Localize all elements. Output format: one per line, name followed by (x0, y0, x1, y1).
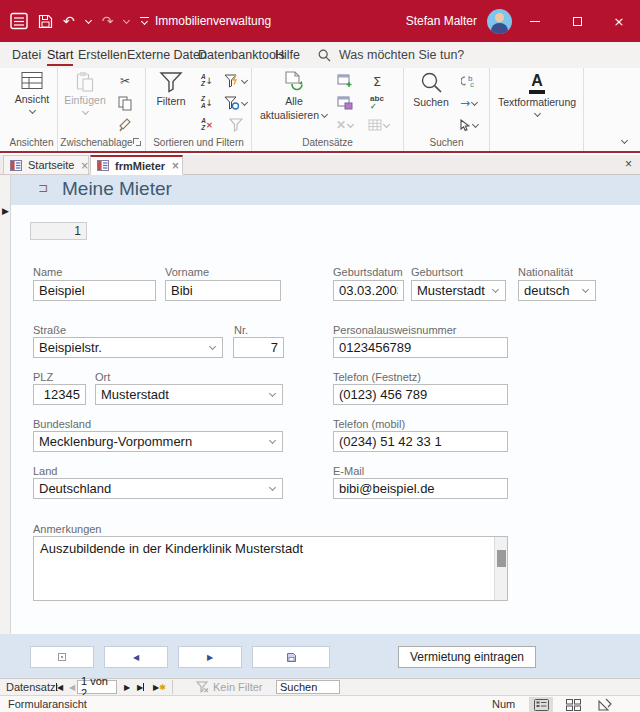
minimize-icon (530, 21, 540, 22)
telefon-mobil-field[interactable] (333, 431, 508, 452)
record-position[interactable]: 1 von 2 (77, 680, 117, 694)
tab-startseite[interactable]: Startseite × (3, 155, 89, 175)
land-combobox[interactable]: Deutschland (33, 478, 283, 499)
design-view-button[interactable] (593, 697, 617, 712)
next-record-button[interactable]: ▶ (124, 679, 130, 695)
personalausweisnummer-field[interactable] (333, 337, 508, 358)
maximize-button[interactable] (556, 0, 598, 42)
suchen-button[interactable]: Suchen (408, 71, 454, 108)
tab-erstellen[interactable]: Erstellen (78, 42, 127, 68)
textformatierung-label: Textformatierung (498, 96, 576, 108)
textformatierung-button[interactable]: A Textformatierung (494, 73, 580, 118)
form-view-button[interactable] (529, 697, 553, 712)
record-search-input[interactable] (276, 680, 340, 694)
minimize-button[interactable] (514, 0, 556, 42)
collapse-ribbon-icon[interactable] (621, 138, 628, 145)
form-nav-button-previous[interactable]: ◀ (104, 646, 168, 668)
spelling-button[interactable]: abc✓ (366, 94, 388, 112)
tell-me-search[interactable]: Was möchten Sie tun? (318, 42, 464, 68)
account-area[interactable]: Stefan Malter (406, 0, 512, 42)
nr-field[interactable] (233, 337, 284, 358)
more-records-button[interactable] (364, 116, 394, 134)
new-record-button[interactable]: ▶ ✱ (153, 679, 166, 695)
scissors-icon: ✂ (120, 74, 130, 88)
cursor-icon (459, 119, 471, 132)
memo-scrollbar[interactable] (494, 537, 507, 600)
delete-button[interactable]: ✕ (332, 116, 358, 134)
name-field[interactable] (33, 280, 156, 301)
strasse-combobox[interactable]: Beispielstr. (33, 337, 223, 358)
form-nav-button-next[interactable]: ▶ (178, 646, 242, 668)
selection-filter-button[interactable] (222, 72, 250, 90)
email-field[interactable] (333, 478, 508, 499)
layout-view-button[interactable] (561, 697, 585, 712)
nationalitaet-combobox[interactable]: deutsch (518, 280, 596, 301)
previous-record-button[interactable]: ◀ (69, 679, 75, 695)
tab-start[interactable]: Start (47, 42, 73, 68)
form-nav-button-first[interactable] (30, 646, 94, 668)
ansicht-button[interactable]: Ansicht (10, 71, 54, 115)
redo-dropdown-chevron-icon[interactable] (123, 18, 130, 25)
vorname-field[interactable] (165, 280, 281, 301)
sort-ascending-button[interactable]: AZ ↓ (196, 72, 218, 90)
tab-externe-daten[interactable]: Externe Daten (127, 42, 207, 68)
undo-dropdown-chevron-icon[interactable] (85, 18, 92, 25)
close-button[interactable]: × (598, 0, 640, 42)
totals-button[interactable]: Σ (366, 72, 388, 90)
avatar[interactable] (487, 9, 512, 34)
first-record-button[interactable]: ◀ (56, 679, 63, 695)
tab-frmmieter[interactable]: frmMieter × (90, 155, 183, 175)
ort-combobox[interactable]: Musterstadt (95, 384, 283, 405)
bundesland-combobox[interactable]: Mecklenburg-Vorpommern (33, 431, 283, 452)
tab-datenbanktools[interactable]: Datenbanktools (198, 42, 285, 68)
tab-close-icon[interactable]: × (80, 160, 88, 171)
sort-descending-button[interactable]: ZA ↓ (196, 94, 218, 112)
record-selector-bar[interactable]: ▶ (0, 175, 11, 634)
save-record-button[interactable] (334, 94, 356, 112)
selection-filter-icon (224, 74, 240, 89)
advanced-filter-button[interactable] (222, 94, 250, 112)
copy-button[interactable] (114, 94, 136, 112)
replace-button[interactable]: bc (458, 72, 480, 90)
tab-datei[interactable]: Datei (12, 42, 41, 68)
customize-toolbar-icon[interactable] (140, 17, 149, 26)
cut-button[interactable]: ✂ (114, 72, 136, 90)
toggle-filter-button[interactable] (222, 116, 250, 134)
geburtsdatum-field[interactable] (333, 280, 404, 301)
undo-icon[interactable]: ↶ (63, 14, 75, 28)
vermietung-eintragen-button[interactable]: Vermietung eintragen (398, 646, 536, 668)
anmerkungen-field[interactable]: Auszubildende in der Kinderklinik Muster… (33, 536, 508, 601)
format-painter-button[interactable] (114, 116, 136, 134)
remove-sort-button[interactable]: AZ ✕ (196, 116, 218, 134)
alle-aktualisieren-button[interactable]: Alle aktualisieren (258, 71, 330, 121)
tab-hilfe[interactable]: Hilfe (275, 42, 300, 68)
save-icon[interactable] (38, 14, 53, 29)
tab-close-icon[interactable]: × (171, 160, 179, 171)
nr-label: Nr. (234, 324, 248, 336)
access-app-icon[interactable] (10, 12, 28, 30)
geburtsort-value: Musterstadt (412, 283, 492, 298)
select-button[interactable] (454, 116, 484, 134)
land-label: Land (33, 465, 57, 477)
plz-field[interactable] (33, 384, 86, 405)
telefon-mobil-label: Telefon (mobil) (333, 418, 405, 430)
next-record-icon: ▶ (207, 653, 213, 662)
last-record-button[interactable]: ▶ (137, 679, 144, 695)
id-field[interactable]: 1 (30, 222, 87, 240)
toggle-filter-icon (229, 118, 243, 132)
scrollbar-thumb[interactable] (497, 550, 506, 567)
filter-indicator[interactable]: Kein Filter (196, 679, 263, 695)
new-record-icon (337, 74, 353, 88)
form-nav-button-save[interactable] (252, 646, 330, 668)
chevron-down-icon (241, 100, 248, 107)
close-object-icon[interactable]: × (625, 157, 632, 171)
telefon-festnetz-field[interactable] (333, 384, 508, 405)
plz-label: PLZ (33, 371, 53, 383)
goto-icon: → (460, 96, 470, 110)
einfuegen-button[interactable]: Einfügen (62, 71, 108, 116)
filtern-button[interactable]: Filtern (148, 71, 194, 107)
redo-icon[interactable]: ↷ (102, 14, 114, 28)
new-record-button[interactable] (334, 72, 356, 90)
geburtsort-combobox[interactable]: Musterstadt (411, 280, 506, 301)
goto-button[interactable]: → (454, 94, 484, 112)
